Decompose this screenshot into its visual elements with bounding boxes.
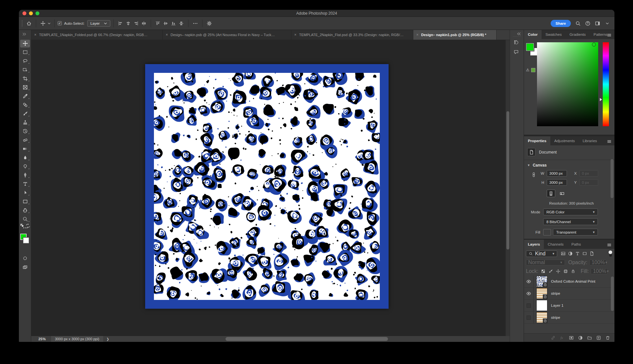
layer-visibility-toggle[interactable] — [524, 300, 534, 311]
quick-mask-icon[interactable] — [22, 256, 28, 261]
color-tab-swatches[interactable]: Swatches — [542, 30, 566, 39]
gamut-warning-icon[interactable]: ⚠ — [526, 68, 530, 72]
zoom-level[interactable]: 25% — [38, 337, 46, 341]
tool-history-brush[interactable] — [19, 127, 31, 136]
distribute-horizontal-button[interactable] — [140, 19, 148, 28]
document-tab[interactable]: ×Design– napkin1.psb @ 25% (RGB/8) * — [413, 30, 497, 40]
align-top-button[interactable] — [154, 19, 162, 28]
tool-clone-stamp[interactable] — [19, 118, 31, 127]
tool-preset-chevron-icon[interactable] — [47, 19, 51, 28]
bit-depth-dropdown[interactable]: 8 Bits/Channel▼ — [543, 218, 598, 225]
document-tab[interactable]: ×Design– napkin.psb @ 25% (Art Nouveau F… — [163, 30, 291, 40]
tool-blur[interactable] — [19, 153, 31, 162]
help-icon[interactable] — [585, 21, 590, 26]
tool-pen[interactable] — [19, 171, 31, 180]
foreground-color-swatch[interactable] — [526, 43, 534, 51]
close-tab-icon[interactable]: × — [294, 33, 296, 37]
layer-thumbnail[interactable] — [536, 288, 547, 299]
canvas-viewport[interactable]: 25% 3000 px x 3000 px (300 ppi) ❯ — [31, 40, 510, 342]
close-tab-icon[interactable]: × — [416, 33, 419, 37]
height-input[interactable]: 3000 px — [547, 179, 567, 186]
vertical-scrollbar-thumb[interactable] — [506, 111, 509, 249]
type-layer-filter-icon[interactable] — [575, 251, 580, 256]
layer-filter-toggle[interactable] — [608, 250, 612, 257]
status-chevron-icon[interactable]: ❯ — [106, 337, 109, 341]
default-colors-icon[interactable] — [20, 223, 25, 228]
close-tab-icon[interactable]: × — [34, 33, 36, 37]
tool-healing-brush[interactable] — [19, 101, 31, 109]
document-properties-icon[interactable] — [527, 148, 535, 156]
color-tab-gradients[interactable]: Gradients — [566, 30, 590, 39]
search-icon[interactable] — [575, 21, 581, 26]
layer-thumbnail[interactable] — [536, 276, 547, 287]
workspace-settings-gear-icon[interactable] — [205, 19, 213, 28]
tool-eyedropper[interactable] — [19, 92, 31, 101]
pixel-layer-filter-icon[interactable] — [561, 251, 566, 256]
layer-thumbnail[interactable] — [536, 300, 547, 311]
layers-tab-channels[interactable]: Channels — [544, 240, 568, 249]
properties-tab-properties[interactable]: Properties — [524, 136, 550, 145]
link-dimensions-icon[interactable] — [531, 172, 536, 177]
canvas-fill-swatch[interactable] — [543, 229, 551, 236]
delete-layer-icon[interactable] — [605, 335, 610, 340]
share-button[interactable]: Share — [551, 20, 571, 27]
tool-crop[interactable] — [19, 74, 31, 83]
panel-menu-icon[interactable] — [607, 33, 612, 38]
new-layer-icon[interactable] — [596, 335, 601, 340]
collapse-panels-icon[interactable] — [516, 31, 521, 36]
layer-visibility-toggle[interactable] — [524, 288, 534, 299]
document-tab[interactable]: ×TEMPLATE_1Napkin_Folded.psd @ 66.7% (De… — [31, 30, 163, 40]
move-icon[interactable] — [556, 269, 560, 274]
layers-tab-paths[interactable]: Paths — [568, 240, 585, 249]
layer-name[interactable]: stripe — [551, 291, 560, 295]
tool-brush[interactable] — [19, 109, 31, 118]
layer-visibility-toggle[interactable] — [524, 312, 534, 323]
tool-object-selection[interactable] — [19, 65, 31, 74]
document-tab[interactable]: ×TEMPLATE_2Napkin_Flat.psd @ 33.3% (Desi… — [291, 30, 413, 40]
layers-tab-layers[interactable]: Layers — [524, 240, 544, 249]
color-field[interactable] — [537, 42, 598, 126]
align-right-button[interactable] — [132, 19, 140, 28]
layer-name[interactable]: Layer 1 — [551, 303, 563, 307]
layer-row[interactable]: Layer 1 — [524, 300, 614, 312]
properties-tab-adjustments[interactable]: Adjustments — [550, 136, 579, 145]
portrait-orientation-button[interactable] — [547, 190, 555, 197]
tool-lasso[interactable] — [19, 57, 31, 65]
more-options-icon[interactable] — [191, 19, 199, 28]
landscape-orientation-button[interactable] — [558, 190, 566, 197]
comments-icon[interactable] — [514, 49, 519, 55]
layer-effects-icon[interactable]: fx — [560, 335, 565, 340]
smart-object-filter-icon[interactable] — [589, 251, 594, 256]
adjustment-layer-filter-icon[interactable] — [568, 251, 573, 256]
close-tab-icon[interactable]: × — [166, 33, 168, 37]
color-field-cursor[interactable] — [592, 43, 596, 47]
align-left-button[interactable] — [117, 19, 124, 28]
layer-mask-icon[interactable] — [569, 335, 574, 340]
tool-gradient[interactable] — [19, 144, 31, 153]
layer-name[interactable]: Oxford Cotton Animal Print — [551, 279, 595, 283]
properties-tab-libraries[interactable]: Libraries — [579, 136, 601, 145]
tool-move[interactable] — [19, 39, 31, 48]
layers-scrollbar-thumb[interactable] — [611, 276, 614, 311]
group-layers-icon[interactable] — [587, 335, 592, 340]
artboard[interactable] — [145, 64, 389, 309]
zoom-window-button[interactable] — [35, 11, 39, 15]
align-bottom-button[interactable] — [170, 19, 177, 28]
workspace-switcher-icon[interactable] — [595, 21, 600, 26]
brush-icon[interactable] — [548, 269, 553, 274]
background-color-swatch[interactable] — [23, 237, 29, 243]
vertical-scrollbar[interactable] — [505, 40, 510, 336]
auto-select-checkbox[interactable]: ✓ — [58, 21, 62, 25]
layer-thumbnail[interactable] — [536, 312, 547, 323]
canvas-section-header[interactable]: ▼ Canvas — [527, 163, 547, 168]
minimize-window-button[interactable] — [29, 11, 33, 15]
expand-tabs-icon[interactable] — [22, 32, 27, 37]
tool-hand[interactable] — [19, 206, 31, 215]
align-center-horizontal-button[interactable] — [124, 19, 132, 28]
home-icon[interactable] — [25, 19, 33, 28]
history-icon[interactable] — [514, 40, 519, 45]
layer-row[interactable]: Oxford Cotton Animal Print — [524, 276, 614, 288]
close-window-button[interactable] — [22, 11, 26, 15]
lock-transparent-icon[interactable] — [541, 269, 545, 274]
width-input[interactable]: 3000 px — [547, 170, 567, 177]
